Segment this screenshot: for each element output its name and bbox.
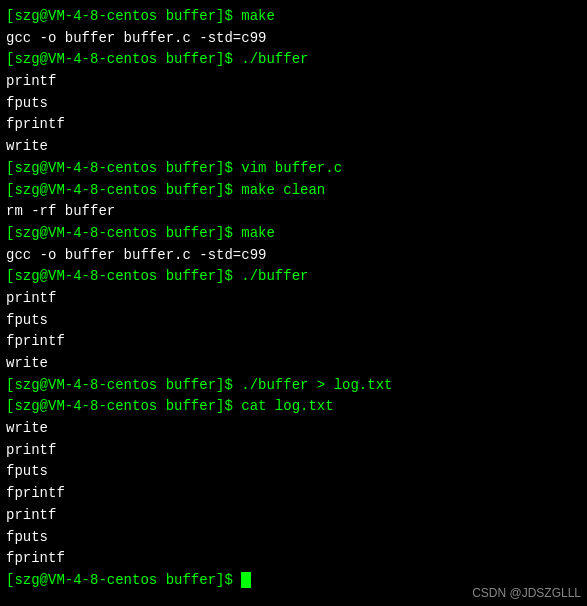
output-line: gcc -o buffer buffer.c -std=c99 [6,30,266,46]
prompt-line: [szg@VM-4-8-centos buffer]$ vim buffer.c [6,160,342,176]
terminal-line: [szg@VM-4-8-centos buffer]$ make clean [6,180,581,202]
terminal-line: [szg@VM-4-8-centos buffer]$ cat log.txt [6,396,581,418]
output-line: fprintf [6,485,65,501]
output-line: printf [6,442,56,458]
terminal-line: [szg@VM-4-8-centos buffer]$ ./buffer > l… [6,375,581,397]
terminal-line: fprintf [6,114,581,136]
output-line: fprintf [6,333,65,349]
prompt-line: [szg@VM-4-8-centos buffer]$ [6,572,241,588]
terminal-line: gcc -o buffer buffer.c -std=c99 [6,245,581,267]
output-line: write [6,138,48,154]
prompt-line: [szg@VM-4-8-centos buffer]$ ./buffer [6,51,308,67]
output-line: fprintf [6,116,65,132]
output-line: printf [6,507,56,523]
output-line: write [6,420,48,436]
output-line: fputs [6,95,48,111]
terminal-window: [szg@VM-4-8-centos buffer]$ makegcc -o b… [0,0,587,606]
terminal-line: printf [6,288,581,310]
terminal-line: fputs [6,310,581,332]
terminal-line: write [6,418,581,440]
terminal-line: printf [6,440,581,462]
terminal-line: [szg@VM-4-8-centos buffer]$ ./buffer [6,266,581,288]
terminal-output: [szg@VM-4-8-centos buffer]$ makegcc -o b… [6,6,581,592]
terminal-line: [szg@VM-4-8-centos buffer]$ vim buffer.c [6,158,581,180]
terminal-line: write [6,136,581,158]
prompt-line: [szg@VM-4-8-centos buffer]$ make [6,225,275,241]
output-line: fputs [6,529,48,545]
prompt-line: [szg@VM-4-8-centos buffer]$ make [6,8,275,24]
terminal-line: fputs [6,461,581,483]
output-line: fputs [6,312,48,328]
terminal-line: gcc -o buffer buffer.c -std=c99 [6,28,581,50]
terminal-line: write [6,353,581,375]
cursor [241,572,251,588]
terminal-line: printf [6,505,581,527]
terminal-line: [szg@VM-4-8-centos buffer]$ make [6,6,581,28]
terminal-line: printf [6,71,581,93]
output-line: write [6,355,48,371]
terminal-line: fprintf [6,331,581,353]
output-line: printf [6,290,56,306]
prompt-line: [szg@VM-4-8-centos buffer]$ make clean [6,182,325,198]
output-line: rm -rf buffer [6,203,115,219]
terminal-line: fputs [6,527,581,549]
output-line: gcc -o buffer buffer.c -std=c99 [6,247,266,263]
terminal-line: fprintf [6,483,581,505]
watermark: CSDN @JDSZGLLL [472,586,581,600]
output-line: printf [6,73,56,89]
terminal-line: fprintf [6,548,581,570]
output-line: fputs [6,463,48,479]
output-line: fprintf [6,550,65,566]
terminal-line: [szg@VM-4-8-centos buffer]$ make [6,223,581,245]
terminal-line: fputs [6,93,581,115]
prompt-line: [szg@VM-4-8-centos buffer]$ cat log.txt [6,398,334,414]
terminal-line: [szg@VM-4-8-centos buffer]$ ./buffer [6,49,581,71]
terminal-line: rm -rf buffer [6,201,581,223]
prompt-line: [szg@VM-4-8-centos buffer]$ ./buffer > l… [6,377,392,393]
prompt-line: [szg@VM-4-8-centos buffer]$ ./buffer [6,268,308,284]
